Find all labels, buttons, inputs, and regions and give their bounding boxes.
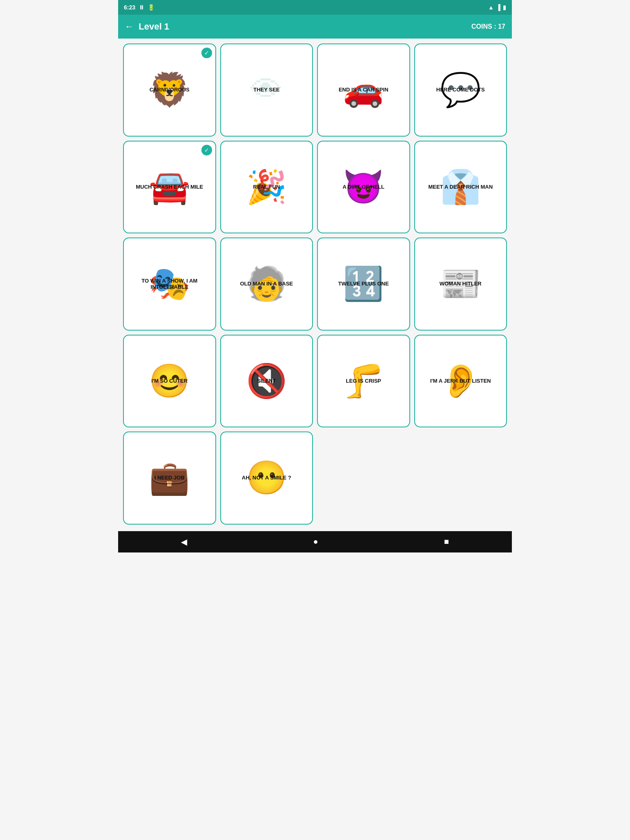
puzzle-card-8[interactable]: 👔MEET A DEAR RICH MAN [414,141,507,234]
card-text-16: I'M A JERK BUT LISTEN [430,378,491,384]
status-left: 6:23 ⏸ 🔋 [124,4,155,11]
puzzle-card-4[interactable]: 💬HERE COME DOTS [414,43,507,137]
puzzle-card-10[interactable]: 🧓OLD MAN IN A BASE [220,237,313,331]
card-text-14: SILENT [257,378,276,384]
puzzle-card-13[interactable]: 😊I'M SO CUTER [123,335,216,428]
card-text-17: I NEED JOB [154,475,185,481]
puzzle-card-18[interactable]: 😶AH, NOT A SMILE ? [220,431,313,525]
puzzle-card-7[interactable]: 😈A DIRT OF HELL [317,141,410,234]
status-right: ▲ ▐ ▮ [488,4,506,11]
nav-home-button[interactable]: ● [303,534,328,550]
card-text-1: CARNIVOROUS [149,87,189,93]
card-text-4: HERE COME DOTS [436,87,485,93]
puzzle-card-1[interactable]: 🦁✓CARNIVOROUS [123,43,216,137]
puzzle-card-11[interactable]: 🔢TWELVE PLUS ONE [317,237,410,331]
card-text-7: A DIRT OF HELL [342,184,384,190]
bottom-navigation: ◀ ● ■ [118,531,512,552]
status-icon-pause: ⏸ [139,4,144,11]
puzzle-card-14[interactable]: 🔇SILENT [220,335,313,428]
puzzle-card-17[interactable]: 💼I NEED JOB [123,431,216,525]
battery-icon: ▮ [503,4,506,11]
card-text-15: LEG IS CRISP [346,378,381,384]
wifi-icon: ▲ [488,4,494,11]
puzzle-card-5[interactable]: 🚘✓MUCH CRASH EACH MILE [123,141,216,234]
completed-badge-5: ✓ [201,145,212,155]
status-time: 6:23 [124,4,135,11]
puzzle-card-12[interactable]: 📰WOMAN HITLER [414,237,507,331]
puzzle-card-9[interactable]: 🎭TO WIN A SHOW, I AM INTOLERABLE [123,237,216,331]
puzzle-card-15[interactable]: 🦵LEG IS CRISP [317,335,410,428]
completed-badge-1: ✓ [201,48,212,58]
card-text-5: MUCH CRASH EACH MILE [136,184,203,190]
card-text-9: TO WIN A SHOW, I AM INTOLERABLE [127,278,212,290]
puzzle-card-6[interactable]: 🎉REAL FUN [220,141,313,234]
coins-display: COINS : 17 [471,23,505,30]
header-left: ← Level 1 [125,21,169,32]
card-text-18: AH, NOT A SMILE ? [242,475,291,481]
nav-square-button[interactable]: ■ [434,534,459,550]
card-text-6: REAL FUN [253,184,280,190]
card-text-12: WOMAN HITLER [439,281,482,287]
nav-back-button[interactable]: ◀ [171,534,197,550]
card-text-13: I'M SO CUTER [151,378,187,384]
puzzle-card-2[interactable]: 👁THEY SEE [220,43,313,137]
signal-icon: ▐ [496,4,500,11]
card-text-3: END IS A CAR SPIN [339,87,388,93]
puzzle-card-3[interactable]: 🚗END IS A CAR SPIN [317,43,410,137]
puzzle-grid: 🦁✓CARNIVOROUS👁THEY SEE🚗END IS A CAR SPIN… [118,39,512,530]
card-text-2: THEY SEE [253,87,280,93]
card-text-8: MEET A DEAR RICH MAN [428,184,493,190]
puzzle-card-16[interactable]: 👂I'M A JERK BUT LISTEN [414,335,507,428]
status-bar: 6:23 ⏸ 🔋 ▲ ▐ ▮ [118,0,512,15]
app-header: ← Level 1 COINS : 17 [118,15,512,39]
page-title: Level 1 [139,21,169,32]
back-button[interactable]: ← [125,21,134,32]
status-icon-battery: 🔋 [148,4,155,11]
card-text-11: TWELVE PLUS ONE [338,281,389,287]
card-text-10: OLD MAN IN A BASE [240,281,293,287]
